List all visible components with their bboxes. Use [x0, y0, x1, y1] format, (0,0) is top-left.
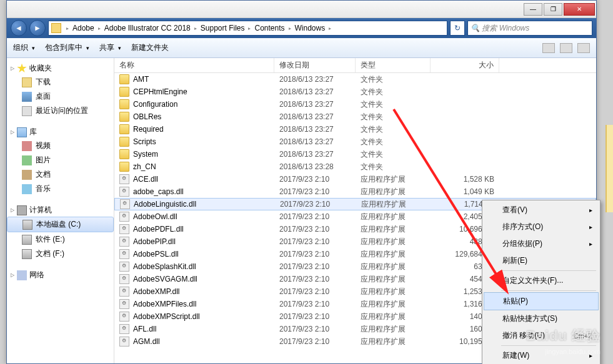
search-icon: 🔍: [471, 24, 480, 32]
sidebar-item-drive-e[interactable]: 软件 (E:): [7, 232, 114, 247]
file-row[interactable]: System2018/6/13 23:27文件夹: [114, 148, 596, 160]
network-icon: [17, 270, 27, 280]
file-name: AFL.dll: [133, 325, 156, 333]
maximize-button[interactable]: ❐: [544, 3, 562, 16]
forward-button[interactable]: ►: [29, 20, 46, 36]
file-name: AdobeOwl.dll: [133, 212, 177, 221]
column-size[interactable]: 大小: [431, 58, 499, 72]
dll-icon: [119, 237, 129, 247]
sidebar-item-downloads[interactable]: 下载: [7, 75, 114, 89]
file-date: 2017/9/23 2:10: [274, 175, 356, 184]
video-icon: [22, 141, 32, 151]
file-date: 2018/6/13 23:27: [274, 137, 356, 146]
folder-icon: [119, 87, 129, 97]
menu-group[interactable]: 分组依据(P): [484, 235, 599, 252]
star-icon: [17, 64, 27, 74]
sidebar-item-drive-c[interactable]: 本地磁盘 (C:): [7, 217, 114, 232]
file-row[interactable]: CEPHtmlEngine2018/6/13 23:27文件夹: [114, 86, 596, 98]
file-name: AdobePDFL.dll: [133, 225, 184, 234]
column-date[interactable]: 修改日期: [274, 58, 356, 72]
network-header[interactable]: ▷网络: [7, 268, 114, 282]
sidebar-item-music[interactable]: 音乐: [7, 182, 114, 196]
file-row[interactable]: AMT2018/6/13 23:27文件夹: [114, 73, 596, 86]
menu-refresh[interactable]: 刷新(E): [484, 252, 599, 269]
organize-menu[interactable]: 组织: [13, 42, 35, 53]
minimize-button[interactable]: —: [524, 3, 542, 16]
computer-icon: [17, 205, 27, 215]
sidebar-item-drive-f[interactable]: 文档 (F:): [7, 247, 114, 261]
file-date: 2017/9/23 2:10: [274, 212, 356, 221]
recent-icon: [22, 106, 32, 116]
file-type: 应用程序扩展: [356, 237, 431, 247]
sidebar-item-documents[interactable]: 文档: [7, 167, 114, 182]
file-date: 2017/9/23 2:10: [274, 337, 356, 346]
file-date: 2017/9/23 2:10: [274, 312, 356, 321]
file-name: adobe_caps.dll: [133, 187, 184, 196]
file-type: 应用程序扩展: [356, 287, 431, 297]
share-menu[interactable]: 共享: [99, 42, 121, 53]
menu-sort[interactable]: 排序方式(O): [484, 219, 599, 235]
search-input[interactable]: 🔍 搜索 Windows: [467, 21, 592, 36]
file-name: AdobePIP.dll: [133, 237, 176, 246]
file-row[interactable]: Scripts2018/6/13 23:27文件夹: [114, 135, 596, 148]
column-name[interactable]: 名称: [114, 58, 274, 72]
refresh-button[interactable]: ↻: [450, 21, 465, 36]
file-name: AdobePSL.dll: [133, 250, 179, 258]
file-name: AdobeXMPScript.dll: [133, 312, 200, 321]
computer-header[interactable]: ▷计算机: [7, 204, 114, 217]
breadcrumb-item[interactable]: Support Files: [199, 24, 246, 32]
folder-icon: [119, 137, 129, 147]
navigation-sidebar: ▷收藏夹 下载 桌面 最近访问的位置 ▷库 视频 图片 文档 音乐 ▷计算机 本…: [7, 58, 114, 363]
dll-icon: [120, 199, 130, 209]
file-row[interactable]: Configuration2018/6/13 23:27文件夹: [114, 98, 596, 111]
view-options-icon[interactable]: [542, 43, 555, 53]
dll-icon: [119, 224, 129, 234]
breadcrumb-item[interactable]: Adobe Illustrator CC 2018: [103, 24, 192, 32]
file-name: AMT: [133, 75, 149, 84]
sidebar-item-videos[interactable]: 视频: [7, 139, 114, 153]
menu-view[interactable]: 查看(V): [484, 202, 599, 219]
dll-icon: [119, 212, 129, 222]
sidebar-item-recent[interactable]: 最近访问的位置: [7, 104, 114, 118]
help-icon[interactable]: [577, 43, 590, 53]
file-row[interactable]: OBLRes2018/6/13 23:27文件夹: [114, 111, 596, 123]
preview-pane-icon[interactable]: [560, 43, 572, 53]
menu-paste-shortcut[interactable]: 粘贴快捷方式(S): [484, 310, 599, 327]
file-row[interactable]: zh_CN2018/6/13 23:28文件夹: [114, 160, 596, 173]
column-type[interactable]: 类型: [356, 58, 431, 72]
file-date: 2018/6/13 23:27: [274, 112, 356, 121]
libraries-header[interactable]: ▷库: [7, 125, 114, 139]
favorites-header[interactable]: ▷收藏夹: [7, 62, 114, 75]
breadcrumb-item[interactable]: Contents: [253, 24, 286, 32]
back-button[interactable]: ◄: [11, 20, 27, 36]
file-name: Configuration: [133, 100, 177, 109]
file-type: 文件夹: [356, 137, 431, 147]
breadcrumb-item[interactable]: Windows: [294, 24, 327, 32]
include-library-menu[interactable]: 包含到库中: [45, 42, 89, 53]
breadcrumb-item[interactable]: Adobe: [71, 24, 96, 32]
file-name: System: [133, 150, 158, 159]
new-folder-button[interactable]: 新建文件夹: [131, 42, 169, 53]
menu-new[interactable]: 新建(W): [484, 347, 599, 364]
menu-customize[interactable]: 自定义文件夹(F)...: [484, 272, 599, 289]
folder-icon: [119, 124, 129, 134]
close-button[interactable]: ✕: [564, 3, 595, 16]
menu-undo[interactable]: 撤消 移动(U)Ctrl+Z: [484, 327, 599, 344]
folder-icon: [119, 162, 129, 172]
file-row[interactable]: ACE.dll2017/9/23 2:10应用程序扩展1,528 KB: [114, 173, 596, 185]
file-date: 2017/9/23 2:10: [274, 262, 356, 271]
file-row[interactable]: adobe_caps.dll2017/9/23 2:10应用程序扩展1,049 …: [114, 185, 596, 198]
file-name: Required: [133, 125, 164, 134]
file-date: 2017/9/23 2:10: [274, 237, 356, 246]
library-icon: [17, 127, 27, 137]
dll-icon: [119, 312, 129, 322]
sidebar-item-desktop[interactable]: 桌面: [7, 89, 114, 104]
file-name: AGM.dll: [133, 337, 160, 346]
file-type: 应用程序扩展: [356, 174, 431, 185]
menu-paste[interactable]: 粘贴(P): [484, 292, 599, 310]
sidebar-item-pictures[interactable]: 图片: [7, 153, 114, 167]
breadcrumb[interactable]: ▸ Adobe ▸ Adobe Illustrator CC 2018 ▸ Su…: [48, 21, 447, 36]
dll-icon: [119, 337, 129, 347]
file-date: 2017/9/23 2:10: [274, 275, 356, 283]
file-row[interactable]: Required2018/6/13 23:27文件夹: [114, 123, 596, 135]
